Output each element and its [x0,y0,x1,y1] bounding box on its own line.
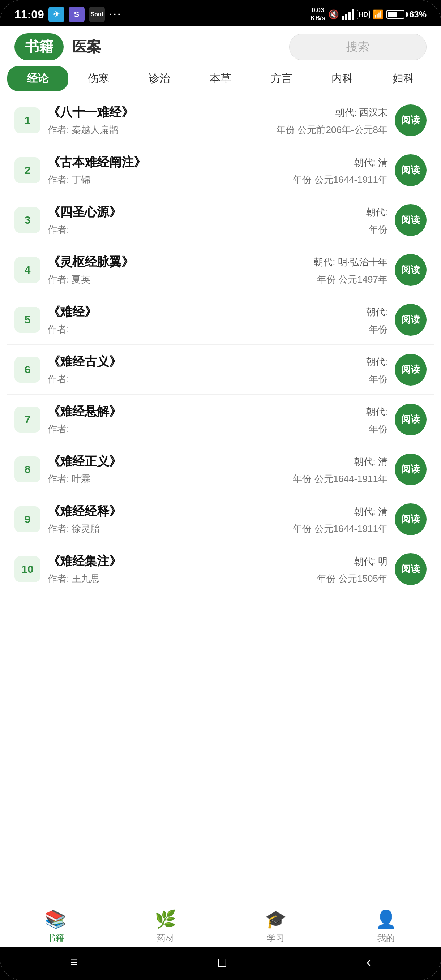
read-button[interactable]: 阅读 [395,254,427,286]
book-author: 作者: [48,323,69,336]
book-number: 7 [14,407,40,433]
book-year: 年份 公元1497年 [317,273,387,286]
tab-books[interactable]: 书籍 [14,33,64,60]
read-button[interactable]: 阅读 [395,105,427,136]
book-info: 《难经集注》 朝代: 明 作者: 王九思 年份 公元1505年 [48,553,387,585]
book-year: 年份 公元1505年 [317,573,387,585]
book-title: 《八十一难经》 [48,104,134,121]
speed-info: 0.03KB/s [310,6,325,22]
book-title: 《四圣心源》 [48,204,121,220]
book-title: 《难经正义》 [48,453,121,470]
book-number: 5 [14,307,40,333]
read-button[interactable]: 阅读 [395,553,427,585]
list-item: 2 《古本难经阐注》 朝代: 清 作者: 丁锦 年份 公元1644-1911年 … [7,145,434,195]
book-number: 9 [14,506,40,532]
book-info: 《难经》 朝代: 作者: 年份 [48,304,387,336]
nav-profile[interactable]: 👤 我的 [375,909,397,944]
battery-percent: 63% [409,10,427,19]
header: 书籍 医案 搜索 [0,26,441,66]
book-dynasty: 朝代: [366,206,387,219]
book-dynasty: 朝代: 清 [354,505,387,518]
book-dynasty: 朝代: 西汉末 [336,106,387,119]
main-content: 书籍 医案 搜索 经论 伤寒 诊治 本草 方言 内科 妇科 1 《八十一难经》 [0,26,441,948]
book-dynasty: 朝代: [366,356,387,368]
book-year: 年份 公元1644-1911年 [293,522,387,535]
read-button[interactable]: 阅读 [395,404,427,436]
cat-fu[interactable]: 妇科 [373,66,434,91]
book-year: 年份 公元1644-1911年 [293,173,387,186]
list-item: 9 《难经经释》 朝代: 清 作者: 徐灵胎 年份 公元1644-1911年 阅… [7,494,434,544]
book-dynasty: 朝代: 明·弘治十年 [314,256,387,269]
book-info: 《四圣心源》 朝代: 作者: 年份 [48,204,387,236]
cat-shang[interactable]: 伤寒 [68,66,129,91]
home-button[interactable]: □ [218,955,226,970]
book-number: 6 [14,357,40,383]
read-button[interactable]: 阅读 [395,304,427,336]
search-box[interactable]: 搜索 [289,33,427,60]
search-placeholder: 搜索 [346,39,369,55]
study-icon: 🎓 [265,909,287,929]
book-dynasty: 朝代: [366,406,387,418]
book-author: 作者: 秦越人扁鹊 [48,124,119,136]
telegram-icon: ✈ [48,6,64,22]
list-item: 8 《难经正义》 朝代: 清 作者: 叶霖 年份 公元1644-1911年 阅读 [7,444,434,494]
read-button[interactable]: 阅读 [395,354,427,385]
soul-icon: Soul [89,6,105,22]
book-title: 《难经》 [48,304,97,320]
book-title: 《难经古义》 [48,353,121,370]
herbs-icon: 🌿 [155,909,177,929]
read-button[interactable]: 阅读 [395,204,427,236]
book-info: 《难经古义》 朝代: 作者: 年份 [48,353,387,385]
cat-zhen[interactable]: 诊治 [129,66,190,91]
hd-badge: HD [357,10,370,19]
books-icon: 📚 [45,909,66,929]
book-title: 《古本难经阐注》 [48,154,146,170]
book-list: 1 《八十一难经》 朝代: 西汉末 作者: 秦越人扁鹊 年份 公元前206年-公… [0,95,441,902]
book-year: 年份 [369,323,387,336]
book-title: 《难经悬解》 [48,403,121,420]
book-info: 《灵枢经脉翼》 朝代: 明·弘治十年 作者: 夏英 年份 公元1497年 [48,254,387,286]
book-year: 年份 公元1644-1911年 [293,473,387,485]
battery: 63% [387,10,427,19]
nav-books[interactable]: 📚 书籍 [45,909,66,944]
nav-herbs-label: 药材 [157,932,174,944]
book-title: 《难经经释》 [48,503,121,520]
read-button[interactable]: 阅读 [395,453,427,485]
read-button[interactable]: 阅读 [395,503,427,535]
back-button[interactable]: ‹ [366,955,371,970]
book-info: 《难经经释》 朝代: 清 作者: 徐灵胎 年份 公元1644-1911年 [48,503,387,535]
cat-fang[interactable]: 方言 [251,66,312,91]
book-author: 作者: 徐灵胎 [48,522,100,535]
category-nav: 经论 伤寒 诊治 本草 方言 内科 妇科 [0,66,441,95]
nav-study[interactable]: 🎓 学习 [265,909,287,944]
book-info: 《古本难经阐注》 朝代: 清 作者: 丁锦 年份 公元1644-1911年 [48,154,387,186]
book-dynasty: 朝代: [366,306,387,318]
mute-icon: 🔇 [328,10,339,19]
list-item: 10 《难经集注》 朝代: 明 作者: 王九思 年份 公元1505年 阅读 [7,544,434,594]
cat-jing[interactable]: 经论 [7,66,68,91]
book-title: 《难经集注》 [48,553,121,570]
system-nav: ≡ □ ‹ [0,948,441,980]
book-dynasty: 朝代: 明 [354,555,387,568]
menu-button[interactable]: ≡ [70,955,78,970]
cat-ben[interactable]: 本草 [190,66,251,91]
list-item: 7 《难经悬解》 朝代: 作者: 年份 阅读 [7,395,434,444]
signal-bars [342,10,354,19]
book-author: 作者: [48,373,69,385]
more-dots: ··· [109,9,122,20]
book-info: 《难经悬解》 朝代: 作者: 年份 [48,403,387,436]
book-author: 作者: 王九思 [48,573,100,585]
bottom-nav: 📚 书籍 🌿 药材 🎓 学习 👤 我的 [0,902,441,948]
book-number: 8 [14,457,40,482]
list-item: 6 《难经古义》 朝代: 作者: 年份 阅读 [7,345,434,395]
book-author: 作者: [48,223,69,236]
list-item: 4 《灵枢经脉翼》 朝代: 明·弘治十年 作者: 夏英 年份 公元1497年 阅… [7,245,434,295]
read-button[interactable]: 阅读 [395,154,427,186]
tab-medical[interactable]: 医案 [72,37,101,57]
cat-nei[interactable]: 内科 [312,66,373,91]
phone-frame: 11:09 ✈ S Soul ··· 0.03KB/s 🔇 HD 📶 63 [0,0,441,980]
nav-herbs[interactable]: 🌿 药材 [155,909,177,944]
book-dynasty: 朝代: 清 [354,455,387,468]
book-year: 年份 [369,373,387,385]
book-number: 4 [14,257,40,283]
